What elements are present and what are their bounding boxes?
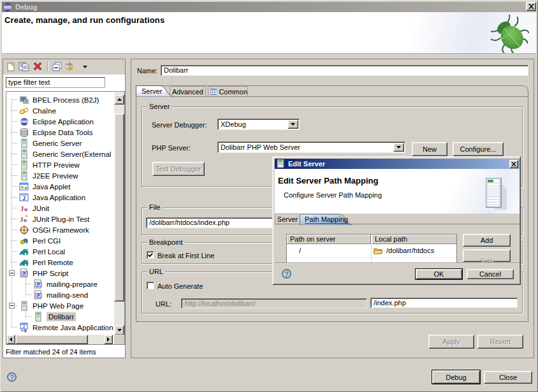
svg-text:J: J xyxy=(22,195,25,201)
svg-text:P: P xyxy=(37,293,40,298)
svg-text:u: u xyxy=(24,217,27,223)
svg-text:u: u xyxy=(24,206,27,212)
svg-text:P: P xyxy=(23,272,26,276)
svg-text:P: P xyxy=(37,282,40,287)
svg-text:J: J xyxy=(22,324,25,328)
